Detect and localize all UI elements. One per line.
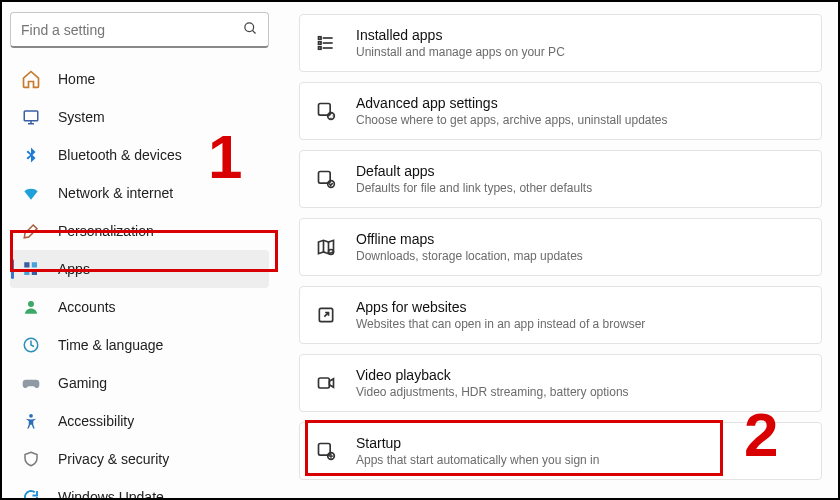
sidebar-item-accounts[interactable]: Accounts (10, 288, 269, 326)
svg-rect-2 (24, 111, 38, 121)
sidebar-item-label: Privacy & security (58, 451, 169, 467)
svg-point-11 (29, 414, 33, 418)
shield-icon (20, 448, 42, 470)
sidebar-item-system[interactable]: System (10, 98, 269, 136)
card-offline-maps[interactable]: Offline maps Downloads, storage location… (299, 218, 822, 276)
card-advanced-app-settings[interactable]: Advanced app settings Choose where to ge… (299, 82, 822, 140)
app-gear-icon (314, 99, 338, 123)
card-title: Startup (356, 435, 599, 451)
card-desc: Choose where to get apps, archive apps, … (356, 113, 668, 127)
sidebar: Home System Bluetooth & devices Network … (2, 2, 277, 498)
svg-point-0 (245, 22, 254, 31)
card-title: Default apps (356, 163, 592, 179)
svg-rect-8 (32, 270, 37, 275)
svg-rect-16 (319, 42, 322, 45)
sidebar-item-time-lang[interactable]: Time & language (10, 326, 269, 364)
card-desc: Video adjustments, HDR streaming, batter… (356, 385, 629, 399)
search-input[interactable] (21, 22, 243, 38)
card-title: Apps for websites (356, 299, 645, 315)
sidebar-item-accessibility[interactable]: Accessibility (10, 402, 269, 440)
card-video-playback[interactable]: Video playback Video adjustments, HDR st… (299, 354, 822, 412)
update-icon (20, 486, 42, 500)
card-desc: Apps that start automatically when you s… (356, 453, 599, 467)
sidebar-item-label: Bluetooth & devices (58, 147, 182, 163)
sidebar-item-network[interactable]: Network & internet (10, 174, 269, 212)
svg-rect-5 (24, 262, 29, 267)
clock-globe-icon (20, 334, 42, 356)
card-desc: Uninstall and manage apps on your PC (356, 45, 565, 59)
card-installed-apps[interactable]: Installed apps Uninstall and manage apps… (299, 14, 822, 72)
system-icon (20, 106, 42, 128)
card-startup[interactable]: Startup Apps that start automatically wh… (299, 422, 822, 480)
card-desc: Websites that can open in an app instead… (356, 317, 645, 331)
home-icon (20, 68, 42, 90)
open-external-icon (314, 303, 338, 327)
svg-line-1 (252, 30, 255, 33)
svg-rect-24 (319, 378, 330, 388)
card-apps-for-websites[interactable]: Apps for websites Websites that can open… (299, 286, 822, 344)
svg-rect-17 (319, 47, 322, 50)
brush-icon (20, 220, 42, 242)
video-icon (314, 371, 338, 395)
sidebar-item-home[interactable]: Home (10, 60, 269, 98)
card-desc: Defaults for file and link types, other … (356, 181, 592, 195)
card-title: Offline maps (356, 231, 583, 247)
account-icon (20, 296, 42, 318)
sidebar-item-label: Home (58, 71, 95, 87)
sidebar-item-label: Time & language (58, 337, 163, 353)
map-icon (314, 235, 338, 259)
sidebar-item-label: Network & internet (58, 185, 173, 201)
list-icon (314, 31, 338, 55)
card-title: Advanced app settings (356, 95, 668, 111)
search-icon (243, 21, 258, 39)
card-desc: Downloads, storage location, map updates (356, 249, 583, 263)
card-default-apps[interactable]: Default apps Defaults for file and link … (299, 150, 822, 208)
sidebar-item-windows-update[interactable]: Windows Update (10, 478, 269, 500)
wifi-icon (20, 182, 42, 204)
sidebar-item-label: System (58, 109, 105, 125)
content-panel: Installed apps Uninstall and manage apps… (277, 2, 838, 498)
svg-point-9 (28, 301, 34, 307)
sidebar-item-label: Apps (58, 261, 90, 277)
search-box[interactable] (10, 12, 269, 48)
card-title: Video playback (356, 367, 629, 383)
svg-rect-6 (32, 262, 37, 267)
sidebar-item-personalization[interactable]: Personalization (10, 212, 269, 250)
sidebar-item-gaming[interactable]: Gaming (10, 364, 269, 402)
svg-rect-7 (24, 270, 29, 275)
sidebar-item-label: Gaming (58, 375, 107, 391)
accessibility-icon (20, 410, 42, 432)
sidebar-item-label: Accounts (58, 299, 116, 315)
sidebar-item-label: Personalization (58, 223, 154, 239)
svg-rect-15 (319, 37, 322, 40)
gaming-icon (20, 372, 42, 394)
default-app-icon (314, 167, 338, 191)
sidebar-item-label: Windows Update (58, 489, 164, 500)
card-title: Installed apps (356, 27, 565, 43)
apps-icon (20, 258, 42, 280)
sidebar-item-bluetooth[interactable]: Bluetooth & devices (10, 136, 269, 174)
startup-icon (314, 439, 338, 463)
bluetooth-icon (20, 144, 42, 166)
sidebar-item-label: Accessibility (58, 413, 134, 429)
sidebar-item-privacy[interactable]: Privacy & security (10, 440, 269, 478)
sidebar-item-apps[interactable]: Apps (10, 250, 269, 288)
